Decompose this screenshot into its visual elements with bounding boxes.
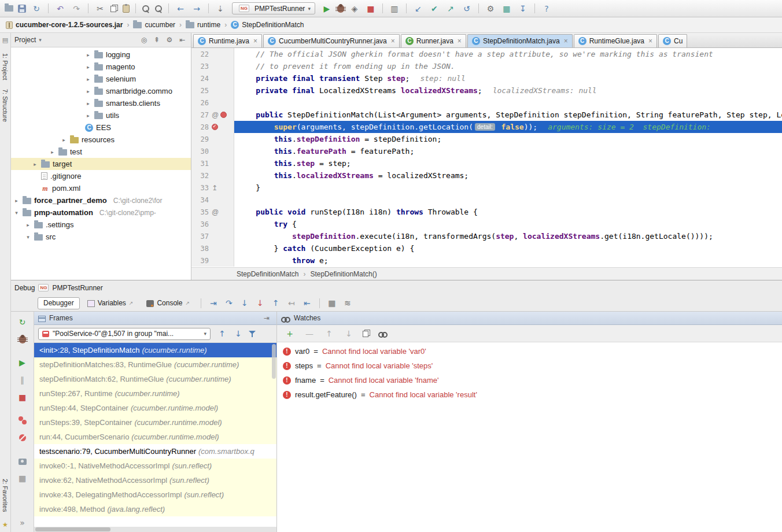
stripe-favorites-button[interactable]: 2: Favorites — [2, 479, 9, 512]
tree-item-force-partner-demo[interactable]: ▸force_partner_demoC:\git-clone2\for — [11, 194, 191, 206]
frame-row[interactable]: <init>:28, StepDefinitionMatch(cucumber.… — [34, 343, 276, 357]
expand-arrow[interactable]: ▸ — [49, 149, 56, 155]
frame-row[interactable]: invoke:498, Method(java.lang.reflect) — [34, 502, 276, 516]
frame-row[interactable]: invoke:43, DelegatingMethodAccessorImpl(… — [34, 487, 276, 502]
move-watch-down-icon[interactable]: ↓ — [343, 328, 355, 339]
scrollbar-thumb[interactable] — [35, 527, 110, 531]
breadcrumb-item[interactable]: runtime — [186, 21, 220, 29]
pause-icon[interactable]: ∥ — [17, 374, 28, 386]
breadcrumb-item[interactable]: CStepDefinitionMatch — [231, 21, 304, 29]
frame-row[interactable]: stepDefinitionMatch:62, RuntimeGlue(cucu… — [34, 372, 276, 386]
coverage-icon[interactable]: ◈ — [349, 3, 360, 14]
more-options-icon[interactable]: » — [17, 517, 28, 529]
code-line[interactable] — [234, 97, 782, 109]
step-over-icon[interactable]: ↷ — [222, 297, 236, 309]
code-line[interactable]: throw e; — [234, 254, 782, 267]
tree-item--settings[interactable]: ▸.settings — [11, 219, 191, 231]
favorites-star-icon[interactable]: ★ — [2, 521, 8, 529]
code-line[interactable]: this.step = step; — [234, 157, 782, 169]
duplicate-watch-icon[interactable] — [363, 330, 370, 337]
expand-arrow[interactable]: ▸ — [85, 88, 91, 94]
watch-row[interactable]: !steps = Cannot find local variable 'ste… — [277, 359, 782, 373]
code-line[interactable]: public StepDefinitionMatch(List<Argument… — [234, 109, 782, 121]
tree-item-selenium[interactable]: ▸selenium — [11, 73, 191, 85]
show-watches-icon[interactable] — [378, 332, 388, 337]
frames-vertical-scrollbar[interactable] — [272, 344, 276, 379]
undo-icon[interactable]: ↶ — [54, 3, 66, 14]
tree-item-ees[interactable]: CEES — [11, 121, 191, 134]
debug-tab-debugger[interactable]: Debugger — [38, 297, 80, 309]
vcs-update-icon[interactable]: ↙ — [412, 3, 424, 14]
tab-stepdefinitionmatch-java[interactable]: CStepDefinitionMatch.java× — [467, 34, 573, 47]
expand-arrow[interactable]: ▸ — [32, 161, 38, 167]
tool-windows-icon[interactable]: ▥ — [389, 3, 400, 14]
find-icon[interactable] — [142, 5, 150, 13]
settings-icon[interactable]: ⚙ — [164, 35, 175, 45]
frame-row[interactable]: run:44, CucumberScenario(cucumber.runtim… — [34, 430, 276, 444]
download-icon[interactable]: ↧ — [517, 3, 529, 14]
tree-item-target[interactable]: ▸target — [11, 158, 191, 170]
tree-item-pmp-automation[interactable]: ▾pmp-automationC:\git-clone2\pmp- — [11, 206, 191, 219]
stop-icon[interactable]: ■ — [365, 3, 377, 14]
code-line[interactable]: super(arguments, stepDefinition.getLocat… — [234, 121, 782, 133]
frame-row[interactable]: stepDefinitionMatches:83, RuntimeGlue(cu… — [34, 357, 276, 372]
remove-watch-icon[interactable]: — — [304, 328, 315, 339]
breakpoint-icon[interactable] — [220, 112, 227, 118]
forward-icon[interactable]: → — [191, 3, 202, 14]
tab-cucumbermulticountryrunner-java[interactable]: CCucumberMultiCountryRunner.java× — [263, 34, 400, 47]
help-icon[interactable]: ? — [541, 3, 552, 14]
view-breakpoints-icon[interactable] — [19, 416, 27, 424]
expand-arrow[interactable]: ▾ — [13, 210, 20, 216]
frame-row[interactable]: runStep:44, StepContainer(cucumber.runti… — [34, 401, 276, 415]
replace-icon[interactable] — [154, 5, 163, 13]
project-stripe-icon[interactable]: ▤ — [2, 36, 8, 44]
tree-item-magento[interactable]: ▸magento — [11, 61, 191, 73]
locate-icon[interactable]: ◎ — [139, 35, 149, 45]
restart-debug-icon[interactable] — [19, 335, 26, 343]
stripe-structure-button[interactable]: 7: Structure — [2, 89, 9, 122]
close-tab-icon[interactable]: × — [391, 37, 395, 45]
code-line[interactable]: // The official JSON gherkin format does… — [234, 48, 782, 60]
filter-frames-icon[interactable] — [249, 330, 256, 337]
back-icon[interactable]: ← — [175, 3, 186, 14]
run-to-cursor-icon[interactable]: ⇤ — [300, 297, 314, 309]
chevron-down-icon[interactable]: ▾ — [39, 37, 42, 43]
trace-settings-icon[interactable]: ≋ — [341, 297, 355, 309]
next-frame-icon[interactable]: ↓ — [233, 328, 244, 339]
navigate-down-icon[interactable]: ⇣ — [215, 3, 226, 14]
mute-breakpoints-icon[interactable] — [19, 434, 26, 441]
save-icon[interactable] — [18, 5, 26, 13]
restore-layout-icon[interactable]: ⇥ — [261, 312, 272, 324]
frame-row[interactable]: runSteps:39, StepContainer(cucumber.runt… — [34, 415, 276, 430]
frame-row[interactable]: invoke0:-1, NativeMethodAccessorImpl(sun… — [34, 459, 276, 473]
breadcrumb-item[interactable]: cucumber-core-1.2.5-sources.jar — [6, 21, 123, 29]
cut-icon[interactable]: ✂ — [94, 3, 106, 14]
add-watch-icon[interactable]: + — [284, 328, 296, 339]
expand-arrow[interactable]: ▾ — [25, 234, 31, 240]
code-line[interactable]: try { — [234, 218, 782, 230]
debug-tab-variables[interactable]: Variables↗ — [82, 297, 139, 309]
tree-item-src[interactable]: ▾src — [11, 231, 191, 243]
step-out-icon[interactable]: ↑ — [269, 297, 283, 309]
tree-item-logging[interactable]: ▸logging — [11, 49, 191, 61]
breadcrumb-item[interactable]: cucumber — [133, 21, 175, 29]
frame-row[interactable]: invoke:62, NativeMethodAccessorImpl(sun.… — [34, 473, 276, 487]
paste-icon[interactable] — [123, 5, 130, 13]
resume-icon[interactable]: ▶ — [17, 357, 28, 368]
breadcrumb-class[interactable]: StepDefinitionMatch — [237, 270, 298, 278]
breadcrumb-method[interactable]: StepDefinitionMatch() — [310, 270, 377, 278]
expand-arrow[interactable]: ▸ — [13, 198, 20, 204]
code-line[interactable]: this.localizedXStreams = localizedXStrea… — [234, 169, 782, 182]
show-execution-point-icon[interactable]: ⇥ — [206, 297, 220, 309]
vcs-commit-icon[interactable]: ✔ — [429, 3, 440, 14]
debug-icon[interactable] — [337, 5, 344, 13]
thread-dump-icon[interactable] — [19, 459, 27, 465]
code-line[interactable]: } — [234, 182, 782, 194]
drop-frame-icon[interactable]: ↤ — [285, 297, 298, 309]
vcs-push-icon[interactable]: ↗ — [445, 3, 456, 14]
tab-runtime-java[interactable]: CRuntime.java× — [193, 34, 262, 47]
hide-panel-icon[interactable]: ⇤ — [177, 35, 187, 45]
expand-arrow[interactable]: ▸ — [85, 64, 91, 70]
layout-settings-icon[interactable]: ▦ — [17, 472, 28, 484]
tree-item-pom-xml[interactable]: mpom.xml — [11, 182, 191, 194]
